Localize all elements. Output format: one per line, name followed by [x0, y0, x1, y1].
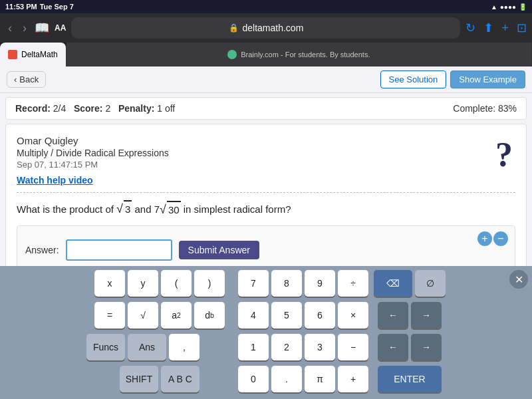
toolbar-right: See Solution Show Example — [380, 70, 525, 88]
kb-num-row-4: 0 . π + — [238, 366, 368, 392]
kb-row-4: SHIFT A B C — [86, 366, 233, 392]
subject: Multiply / Divide Radical Expressions — [17, 148, 515, 158]
tabs-button[interactable]: ⊡ — [517, 21, 527, 35]
reload-button[interactable]: ↻ — [466, 21, 475, 35]
see-solution-button[interactable]: See Solution — [380, 70, 447, 88]
answer-label: Answer: — [25, 245, 59, 255]
bookmarks-button[interactable]: 📖 — [35, 21, 49, 35]
key-left-arrow[interactable]: ← — [378, 302, 408, 329]
kb-row-2: = √ a2 db — [86, 302, 233, 329]
key-9[interactable]: 9 — [305, 270, 335, 297]
key-6[interactable]: 6 — [305, 302, 335, 329]
kb-ctrl-row-4: ENTER — [374, 366, 446, 392]
student-name: Omar Quigley — [17, 135, 515, 146]
key-radical[interactable]: √ — [128, 302, 158, 329]
key-multiply[interactable]: × — [338, 302, 368, 329]
kb-ctrl-row-1: ⌫ ∅ — [374, 270, 446, 297]
kb-num-row-1: 7 8 9 ÷ — [238, 270, 368, 297]
key-close-paren[interactable]: ) — [194, 270, 225, 297]
key-2[interactable]: 2 — [271, 334, 302, 360]
complete-info: Complete: 83% — [453, 103, 517, 114]
zoom-minus-button[interactable]: − — [493, 231, 508, 246]
key-enter[interactable]: ENTER — [378, 366, 442, 392]
keyboard-control-section: ⌫ ∅ ← → ← → ENTER — [374, 270, 446, 395]
key-0[interactable]: 0 — [238, 366, 269, 392]
wifi-icon: ▲ — [491, 3, 497, 11]
keyboard-sections: x y ( ) = √ a2 db Funcs Ans , — [3, 270, 529, 395]
divider — [17, 192, 515, 193]
complete-label: Complete: — [453, 103, 495, 114]
key-null[interactable]: ∅ — [415, 270, 446, 297]
aa-button[interactable]: AA — [55, 23, 66, 33]
tab-brainly-icon — [227, 50, 237, 59]
kb-row-3: Funcs Ans , — [86, 334, 233, 360]
submit-answer-button[interactable]: Submit Answer — [179, 241, 259, 259]
back-chevron-icon: ‹ — [14, 74, 17, 84]
key-plus[interactable]: + — [338, 366, 368, 392]
key-8[interactable]: 8 — [271, 270, 302, 297]
key-divide[interactable]: ÷ — [338, 270, 368, 297]
key-3[interactable]: 3 — [305, 334, 335, 360]
key-ans[interactable]: Ans — [128, 334, 166, 360]
timestamp: Sep 07, 11:47:15 PM — [17, 160, 515, 170]
close-keyboard-button[interactable]: ✕ — [509, 270, 528, 289]
complete-value: 83% — [498, 103, 517, 114]
key-shift[interactable]: SHIFT — [120, 366, 158, 392]
url-bar[interactable]: 🔒 deltamath.com — [71, 17, 460, 39]
back-button[interactable]: ‹ Back — [7, 71, 46, 88]
key-right-arrow-2[interactable]: → — [411, 334, 442, 360]
key-y[interactable]: y — [128, 270, 158, 297]
forward-nav-button[interactable]: › — [20, 21, 29, 35]
answer-input[interactable] — [66, 239, 172, 261]
key-comma[interactable]: , — [169, 334, 200, 360]
key-1[interactable]: 1 — [238, 334, 269, 360]
key-x[interactable]: x — [94, 270, 125, 297]
question-and: and — [134, 203, 154, 215]
question-pre: What is the product of — [17, 203, 114, 215]
keyboard-numpad-section: 7 8 9 ÷ 4 5 6 × 1 2 3 − 0 — [238, 270, 368, 395]
key-pi[interactable]: π — [305, 366, 335, 392]
status-bar: 11:53 PM Tue Sep 7 ▲ ●●●● 🔋 — [0, 0, 532, 13]
zoom-plus-button[interactable]: + — [477, 231, 492, 246]
score-value: 2 — [105, 103, 110, 114]
key-minus[interactable]: − — [338, 334, 368, 360]
tab-bar: DeltaMath Brainly.com - For students. By… — [0, 43, 532, 66]
back-nav-button[interactable]: ‹ — [5, 21, 15, 35]
status-time: 11:53 PM — [5, 3, 37, 11]
key-5[interactable]: 5 — [271, 302, 302, 329]
tab-deltamath[interactable]: DeltaMath — [0, 43, 66, 66]
key-4[interactable]: 4 — [238, 302, 269, 329]
key-left-arrow-2[interactable]: ← — [378, 334, 408, 360]
key-decimal[interactable]: . — [271, 366, 302, 392]
key-right-arrow[interactable]: → — [411, 302, 442, 329]
new-tab-button[interactable]: + — [501, 21, 509, 35]
record-value: 2/4 — [53, 103, 66, 114]
key-abc[interactable]: A B C — [161, 366, 200, 392]
record-bar: Record: 2/4 Score: 2 Penalty: 1 off Comp… — [5, 97, 527, 120]
watch-help-link[interactable]: Watch help video — [17, 175, 515, 186]
tab-deltamath-label: DeltaMath — [21, 50, 58, 59]
question-mark: ? — [495, 135, 513, 174]
kb-num-row-2: 4 5 6 × — [238, 302, 368, 329]
answer-row: Answer: Submit Answer — [25, 239, 507, 261]
share-button[interactable]: ⬆ — [483, 21, 493, 35]
key-7[interactable]: 7 — [238, 270, 269, 297]
question-text: What is the product of √3 and 7√30 in si… — [17, 200, 515, 219]
key-d-b[interactable]: db — [194, 302, 225, 329]
record-info: Record: 2/4 Score: 2 Penalty: 1 off — [15, 103, 175, 114]
key-a-squared[interactable]: a2 — [161, 302, 192, 329]
tab-brainly[interactable]: Brainly.com - For students. By students. — [66, 43, 532, 66]
key-funcs[interactable]: Funcs — [86, 334, 125, 360]
show-example-button[interactable]: Show Example — [450, 70, 525, 88]
key-backspace[interactable]: ⌫ — [374, 270, 412, 297]
question-post: in simplest radical form? — [184, 203, 291, 215]
key-open-paren[interactable]: ( — [161, 270, 192, 297]
record-label: Record: — [15, 103, 51, 114]
back-label: Back — [19, 74, 39, 84]
key-equals[interactable]: = — [94, 302, 125, 329]
penalty-label: Penalty: — [118, 103, 154, 114]
browser-chrome: ‹ › 📖 AA 🔒 deltamath.com ↻ ⬆ + ⊡ — [0, 13, 532, 43]
status-date: Tue Sep 7 — [40, 3, 74, 11]
lock-icon: 🔒 — [229, 23, 239, 33]
battery-icon: 🔋 — [519, 3, 527, 11]
